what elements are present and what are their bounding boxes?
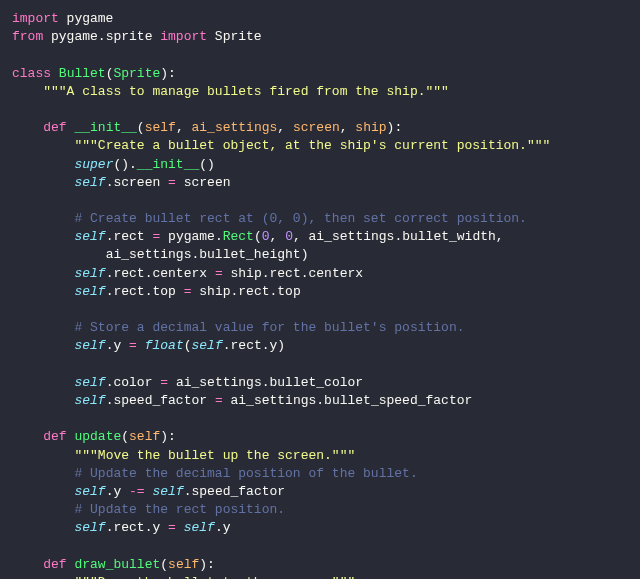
token-param: ai_settings [192, 120, 278, 135]
token-kw: import [12, 11, 59, 26]
token-str: """Create a bullet object, at the ship's… [74, 138, 550, 153]
token-kw: def [43, 429, 66, 444]
token-str: """Move the bullet up the screen.""" [74, 448, 355, 463]
token-punc: , [277, 120, 293, 135]
token-builtin: self [184, 520, 215, 535]
code-line: """Move the bullet up the screen.""" [12, 447, 628, 465]
code-line: from pygame.sprite import Sprite [12, 28, 628, 46]
token-builtin: super [74, 157, 113, 172]
token-punc: ( [184, 338, 192, 353]
code-line: def __init__(self, ai_settings, screen, … [12, 119, 628, 137]
token-call: update [74, 429, 121, 444]
token-ident: screen [176, 175, 231, 190]
code-line: """A class to manage bullets fired from … [12, 83, 628, 101]
token-ident [137, 338, 145, 353]
code-line [12, 301, 628, 319]
token-punc: ): [199, 557, 215, 572]
token-cmt: # Update the decimal position of the bul… [74, 466, 417, 481]
code-line: """Create a bullet object, at the ship's… [12, 137, 628, 155]
token-ident: ai_settings.bullet_color [168, 375, 363, 390]
code-line: self.rect = pygame.Rect(0, 0, ai_setting… [12, 228, 628, 246]
code-line: # Update the rect position. [12, 501, 628, 519]
token-param: self [129, 429, 160, 444]
code-line [12, 537, 628, 555]
token-kw: def [43, 557, 66, 572]
token-ident: ship.rect.top [191, 284, 300, 299]
token-punc: ai_settings.bullet_height) [106, 247, 309, 262]
token-punc: ( [137, 120, 145, 135]
token-ident: pygame [59, 11, 114, 26]
token-punc: , [270, 229, 286, 244]
token-builtin: self [192, 338, 223, 353]
code-line: self.color = ai_settings.bullet_color [12, 374, 628, 392]
token-param: screen [293, 120, 340, 135]
token-builtin: self [74, 284, 105, 299]
token-num: 0 [285, 229, 293, 244]
token-punc: ( [160, 557, 168, 572]
token-param: ship [355, 120, 386, 135]
token-builtin: self [74, 175, 105, 190]
token-num: 0 [262, 229, 270, 244]
code-line: self.speed_factor = ai_settings.bullet_s… [12, 392, 628, 410]
token-cmt: # Create bullet rect at (0, 0), then set… [74, 211, 526, 226]
token-op: = [160, 375, 168, 390]
token-punc: , ai_settings.bullet_width, [293, 229, 504, 244]
code-line: self.screen = screen [12, 174, 628, 192]
token-ident: Sprite [207, 29, 262, 44]
token-builtin: float [145, 338, 184, 353]
token-punc: ( [254, 229, 262, 244]
code-line: def draw_bullet(self): [12, 556, 628, 574]
code-line: # Create bullet rect at (0, 0), then set… [12, 210, 628, 228]
token-builtin: self [74, 338, 105, 353]
code-line: ai_settings.bullet_height) [12, 246, 628, 264]
code-line: self.rect.top = ship.rect.top [12, 283, 628, 301]
token-attr: rect.y [113, 520, 168, 535]
code-line: self.rect.centerx = ship.rect.centerx [12, 265, 628, 283]
token-kw: def [43, 120, 66, 135]
code-line [12, 101, 628, 119]
token-attr: y [113, 338, 129, 353]
token-punc: ) [160, 66, 168, 81]
token-ident: pygame. [160, 229, 222, 244]
token-ident: ship.rect.centerx [223, 266, 363, 281]
token-builtin: self [74, 484, 105, 499]
token-kw: import [160, 29, 207, 44]
token-op: = [129, 338, 137, 353]
token-ident: pygame.sprite [43, 29, 160, 44]
token-param: self [168, 557, 199, 572]
token-kw: class [12, 66, 51, 81]
token-punc: () [199, 157, 215, 172]
code-line: super().__init__() [12, 156, 628, 174]
token-punc: , [340, 120, 356, 135]
token-attr: rect.centerx [113, 266, 214, 281]
code-line: def update(self): [12, 428, 628, 446]
token-op: -= [129, 484, 145, 499]
token-attr: speed_factor [113, 393, 214, 408]
token-builtin: self [74, 229, 105, 244]
token-op: = [215, 393, 223, 408]
token-op: = [215, 266, 223, 281]
token-builtin: self [74, 266, 105, 281]
code-line: """Draw the bullet to the screen.""" [12, 574, 628, 579]
token-ident [176, 520, 184, 535]
token-cmt: # Store a decimal value for the bullet's… [74, 320, 464, 335]
code-line [12, 410, 628, 428]
token-punc: : [168, 66, 176, 81]
token-ident [51, 66, 59, 81]
token-attr: rect.top [113, 284, 183, 299]
token-param: self [145, 120, 176, 135]
token-call: __init__ [137, 157, 199, 172]
code-line [12, 192, 628, 210]
token-str: """A class to manage bullets fired from … [43, 84, 449, 99]
code-line: # Update the decimal position of the bul… [12, 465, 628, 483]
token-op: = [168, 520, 176, 535]
token-str: """Draw the bullet to the screen.""" [74, 575, 355, 579]
code-line: self.rect.y = self.y [12, 519, 628, 537]
token-builtin: self [74, 375, 105, 390]
token-punc: (). [113, 157, 136, 172]
token-op: = [168, 175, 176, 190]
token-attr: rect [113, 229, 152, 244]
token-builtin: self [74, 520, 105, 535]
token-punc: ): [160, 429, 176, 444]
token-punc: , [176, 120, 192, 135]
